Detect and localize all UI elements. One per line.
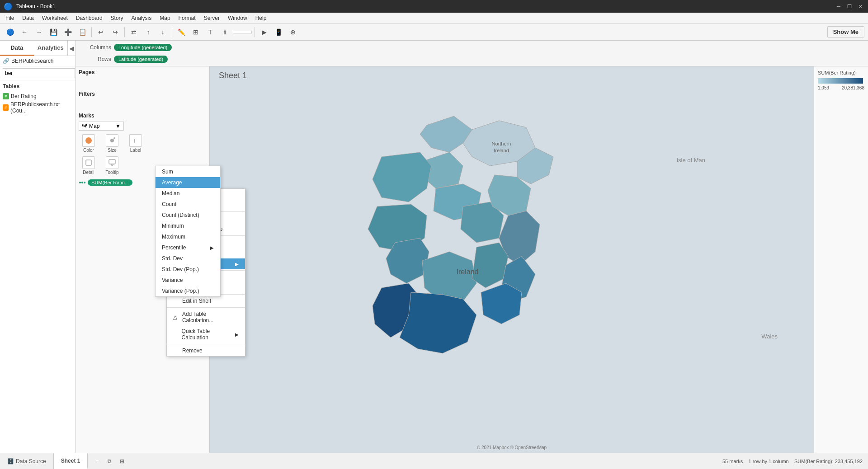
marks-tooltip-btn[interactable]: Tooltip	[102, 156, 122, 175]
ctx-edit-shelf-label: Edit in Shelf	[182, 298, 211, 304]
minimize-btn[interactable]: ─	[835, 2, 843, 10]
sub-variance-pop[interactable]: Variance (Pop.)	[156, 286, 220, 296]
separator-2	[124, 27, 125, 37]
svg-point-2	[113, 137, 115, 139]
menu-help[interactable]: Help	[252, 14, 270, 22]
new-btn[interactable]: 🔵	[4, 26, 16, 38]
sub-sum[interactable]: Sum	[156, 166, 220, 177]
table-item-ber-rating[interactable]: # Ber Rating	[3, 92, 73, 100]
menu-data[interactable]: Data	[19, 14, 37, 22]
menu-map[interactable]: Map	[156, 14, 174, 22]
analytics-tab[interactable]: Analytics	[34, 41, 68, 56]
menu-server[interactable]: Server	[200, 14, 223, 22]
duplicate-sheet-btn[interactable]: ⧉	[104, 456, 115, 467]
sort-asc-btn[interactable]: ↑	[142, 26, 155, 38]
svg-point-1	[110, 139, 114, 142]
data-source-tab[interactable]: 🗄️ Data Source	[0, 453, 54, 469]
data-source-icon: 🗄️	[7, 458, 14, 464]
main-layout: Data Analytics ◀ 🔗 BERPublicsearch ✕ ▼ ≡…	[0, 41, 868, 453]
columns-shelf: Columns Longitude (generated)	[76, 42, 868, 53]
sub-percentile[interactable]: Percentile ▶	[156, 242, 220, 253]
size-icon-shape	[106, 134, 118, 147]
undo-btn[interactable]: ↩	[94, 26, 107, 38]
add-datasource-btn[interactable]: ➕	[61, 26, 74, 38]
sheet1-tab[interactable]: Sheet 1	[54, 453, 88, 469]
paste-btn[interactable]: 📋	[76, 26, 89, 38]
sub-stddev-pop[interactable]: Std. Dev (Pop.)	[156, 264, 220, 275]
sort-desc-btn[interactable]: ↓	[156, 26, 169, 38]
marks-panel: Pages Filters Marks 🗺 Map ▼	[76, 66, 210, 453]
search-input[interactable]	[3, 68, 75, 78]
sub-stddev[interactable]: Std. Dev	[156, 253, 220, 264]
separator-4	[255, 27, 255, 37]
swap-btn[interactable]: ⇄	[127, 26, 140, 38]
svg-point-7	[79, 182, 81, 183]
ctx-edit-shelf[interactable]: Edit in Shelf	[167, 295, 245, 306]
search-toolbar[interactable]	[233, 31, 252, 33]
menu-dashboard[interactable]: Dashboard	[72, 14, 106, 22]
separator-3	[172, 27, 172, 37]
present-btn[interactable]: ▶	[258, 26, 270, 38]
sub-median[interactable]: Median	[156, 188, 220, 199]
table-icon-orange: #	[3, 104, 9, 111]
redo-btn[interactable]: ↪	[109, 26, 122, 38]
title-bar-text: Tableau - Book1	[16, 3, 56, 9]
menu-story[interactable]: Story	[107, 14, 127, 22]
sub-average[interactable]: Average	[156, 177, 220, 188]
label-btn[interactable]: T	[204, 26, 217, 38]
forward-btn[interactable]: →	[33, 26, 45, 38]
menu-format[interactable]: Format	[175, 14, 199, 22]
new-sheet-btn[interactable]: +	[91, 456, 102, 467]
highlight-btn[interactable]: ✏️	[175, 26, 188, 38]
sub-maximum[interactable]: Maximum	[156, 231, 220, 242]
sub-count-distinct[interactable]: Count (Distinct)	[156, 210, 220, 220]
data-tab[interactable]: Data	[0, 41, 34, 56]
marks-color-btn[interactable]: Color	[79, 134, 99, 153]
columns-pill[interactable]: Longitude (generated)	[114, 44, 172, 51]
menu-worksheet[interactable]: Worksheet	[38, 14, 71, 22]
datasource-name: BERPublicsearch	[11, 58, 53, 64]
svg-text:T: T	[133, 138, 137, 144]
menu-window[interactable]: Window	[224, 14, 251, 22]
northern-ireland-label: Northern	[492, 141, 511, 146]
color-icon-shape	[82, 134, 95, 147]
menu-bar: File Data Worksheet Dashboard Story Anal…	[0, 13, 868, 23]
group-btn[interactable]: ⊞	[189, 26, 202, 38]
marks-count: 55 marks	[722, 459, 743, 464]
menu-file[interactable]: File	[2, 14, 18, 22]
percentile-arrow: ▶	[210, 245, 214, 250]
title-bar: 🔵 Tableau - Book1 ─ ❐ ✕	[0, 0, 868, 13]
size-label: Size	[108, 148, 116, 153]
marks-label-btn[interactable]: T Label	[126, 134, 146, 153]
table-item-berpublicsearch[interactable]: # BERPublicsearch.txt (Cou...	[3, 100, 73, 115]
sub-count[interactable]: Count	[156, 199, 220, 210]
ireland-label: Ireland	[457, 268, 479, 276]
ctx-remove[interactable]: Remove	[167, 345, 245, 356]
marks-size-btn[interactable]: Size	[102, 134, 122, 153]
close-btn[interactable]: ✕	[856, 2, 864, 10]
maximize-btn[interactable]: ❐	[845, 2, 854, 10]
marks-detail-btn[interactable]: Detail	[79, 156, 99, 175]
rows-pill[interactable]: Latitude (generated)	[114, 56, 168, 63]
sub-minimum[interactable]: Minimum	[156, 220, 220, 231]
new-dashboard-btn[interactable]: ⊞	[117, 456, 127, 467]
sub-variance[interactable]: Variance	[156, 275, 220, 286]
delta-icon: △	[173, 314, 179, 320]
marks-type-dropdown[interactable]: 🗺 Map ▼	[79, 122, 124, 131]
collapse-panel-btn[interactable]: ◀	[67, 41, 75, 56]
menu-analysis[interactable]: Analysis	[128, 14, 156, 22]
sub-stddev-pop-label: Std. Dev (Pop.)	[162, 266, 199, 272]
back-btn[interactable]: ←	[18, 26, 31, 38]
share-btn[interactable]: ⊕	[287, 26, 299, 38]
device-btn[interactable]: 📱	[272, 26, 285, 38]
ctx-quick-table-calc[interactable]: Quick Table Calculation ▶	[167, 326, 245, 343]
ctx-add-table-calc[interactable]: △ Add Table Calculation...	[167, 309, 245, 326]
save-btn[interactable]: 💾	[47, 26, 60, 38]
sum-ber-pill[interactable]: SUM(Ber Ratin...	[88, 179, 132, 186]
marks-type-row: 🗺 Map ▼	[79, 122, 207, 131]
show-me-button[interactable]: Show Me	[827, 26, 864, 38]
tooltip-btn[interactable]: ℹ	[218, 26, 231, 38]
table-name-berpublicsearch: BERPublicsearch.txt (Cou...	[10, 101, 73, 114]
legend-max: 20,381,368	[842, 85, 864, 90]
wales-label: Wales	[761, 333, 778, 340]
